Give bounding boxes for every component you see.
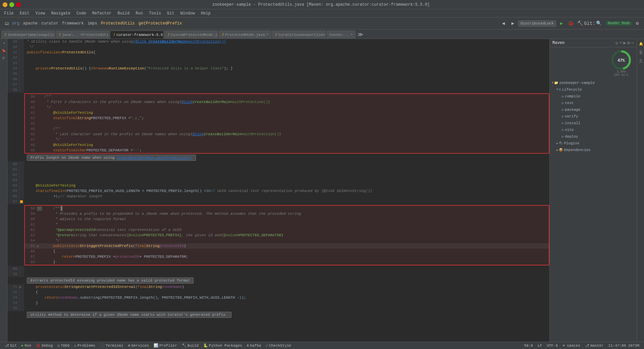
run-config-button[interactable]: DistributedLock [518, 20, 556, 27]
tab-custom-protected[interactable]: J CustomProtectedMode.java × [164, 31, 218, 39]
line-30: 30 */ [7, 44, 549, 50]
menu-refactor[interactable]: Refactor [90, 10, 114, 16]
databases-icon[interactable]: DB [639, 49, 642, 56]
project-icon[interactable]: 🗂 [3, 19, 11, 28]
ai-assistant-icon[interactable]: AI [639, 58, 642, 64]
menu-code[interactable]: Code [74, 10, 89, 16]
menu-view[interactable]: View [33, 10, 48, 16]
status-services-label: Services [131, 344, 149, 348]
maven-panel-header: Maven ↻ + ▶ ⚙ ⋯ [550, 39, 637, 47]
maven-more-icon[interactable]: ⋯ [631, 40, 634, 46]
tab-protected-mode[interactable]: J ProtectedMode.java × [219, 31, 271, 39]
menu-bar: File Edit View Navigate Code Refactor Bu… [0, 9, 644, 17]
build-button[interactable]: 🔨 [576, 19, 584, 28]
tree-phase-package[interactable]: ▷ package [551, 106, 635, 113]
breadcrumb-class[interactable]: ProtectedUtils [101, 21, 135, 26]
status-profiler[interactable]: 📊 Profiler [152, 342, 179, 349]
project-tool-icon[interactable]: P [1, 40, 7, 46]
tooltip-extract: Extracts protectedId assuming provided n… [24, 277, 549, 284]
status-indent[interactable]: 4 spaces [560, 342, 582, 349]
tab-close-5-icon[interactable]: × [266, 33, 268, 37]
tab-protected-utils-jar[interactable]: J curator-framework-5.5.0-sources.jar\..… [110, 31, 164, 39]
menu-git[interactable]: Git [164, 10, 177, 16]
maven-plus-icon[interactable]: + [620, 40, 622, 46]
breadcrumb-imps[interactable]: imps [88, 21, 97, 26]
menu-run[interactable]: Run [133, 10, 146, 16]
tab-curator-zk[interactable]: J CuratorZookeeperClient.java × [272, 31, 326, 39]
tab-label-2: java\...\ProtectedUtils.java [62, 33, 109, 37]
status-run[interactable]: ▶ Run [19, 342, 33, 349]
status-python-packages[interactable]: 🐍 Python Packages [201, 342, 244, 349]
forward-icon[interactable]: ▶ [509, 19, 517, 28]
bookmarks-icon[interactable]: 🔖 [1, 48, 7, 54]
line-67: 67 return PROTECTED_PREFIX + protectedId… [25, 254, 549, 259]
search-button[interactable]: 🔍 [595, 19, 603, 28]
tab-close-7-icon[interactable]: × [351, 33, 353, 37]
back-icon[interactable]: ◀ [499, 19, 507, 28]
debug-button[interactable]: 🐞 [567, 19, 575, 28]
reader-mode-badge[interactable]: Reader Mode [606, 21, 632, 26]
menu-edit[interactable]: Edit [17, 10, 32, 16]
tab-zookeeper-app[interactable]: J ZookeeperSampleApplication.java × [1, 31, 55, 39]
tree-plugins[interactable]: ▶ 🔌 Plugins [551, 140, 635, 147]
status-checkstyle[interactable]: ✓ CheckStyle [264, 342, 293, 349]
highlighted-block-1: 39 /** 40 * First 3 characters in the pr… [24, 93, 549, 154]
menu-build[interactable]: Build [115, 10, 132, 16]
breadcrumb-framework[interactable]: framework [62, 21, 84, 26]
status-kafka[interactable]: K Kafka [245, 342, 263, 349]
menu-help[interactable]: Help [198, 10, 213, 16]
tree-lifecycle[interactable]: ▼ ⚙ Lifecycle [551, 86, 635, 93]
tab-label-6: CuratorZookeeperClient.java [278, 33, 326, 37]
git-button[interactable]: Git: [586, 19, 594, 28]
tab-protected-utils-local[interactable]: J java\...\ProtectedUtils.java × [56, 31, 109, 39]
minimize-button[interactable]: − [3, 2, 7, 7]
tree-phase-site[interactable]: ▷ site [551, 127, 635, 133]
tree-phase-compile[interactable]: ▷ compile [551, 93, 635, 100]
status-problems[interactable]: ⚠ Problems [72, 342, 97, 349]
breadcrumb-method[interactable]: getProtectedPrefix [139, 21, 182, 26]
maven-execute-icon[interactable]: ▶ [624, 40, 626, 46]
highlighted-block-2: 58 IF /**| 59 * Provides a prefix to be … [24, 205, 549, 265]
line-40: 40 * First 3 characters in the prefix on… [25, 99, 549, 105]
code-editor[interactable]: 29 * Utility class to handle ZNode names… [7, 39, 549, 342]
tab-connec[interactable]: Connec... × [326, 31, 356, 39]
status-services[interactable]: ⚙ Services [126, 342, 151, 349]
tree-phase-test[interactable]: ▷ test [551, 100, 635, 106]
status-todo[interactable]: ☑ TODO [55, 342, 71, 349]
breadcrumb-org[interactable]: org [12, 21, 19, 26]
tree-phase-deploy[interactable]: ▷ deploy [551, 133, 635, 140]
menu-window[interactable]: Window [178, 10, 198, 16]
breadcrumb-apache[interactable]: apache [23, 21, 38, 26]
tree-phase-verify[interactable]: ▷ verify [551, 113, 635, 120]
jar-icon: J [113, 33, 115, 37]
notifications-icon[interactable]: 🔔 [639, 40, 642, 47]
maven-reload-icon[interactable]: ↻ [615, 40, 618, 46]
status-terminal[interactable]: ⬛ Terminal [98, 342, 125, 349]
settings-icon[interactable]: ⚙ [633, 19, 641, 28]
line-65: 65 @ public static String getProtectedPr… [25, 243, 549, 249]
tree-phase-install[interactable]: ▷ install [551, 120, 635, 127]
tree-dependencies[interactable]: ▶ 📦 Dependencies [551, 147, 635, 153]
breadcrumb-curator[interactable]: curator [41, 21, 58, 26]
status-build[interactable]: 🔨 Build [180, 342, 201, 349]
menu-navigate[interactable]: Navigate [48, 10, 73, 16]
encoding-label: UTF-8 [547, 344, 558, 348]
maximize-button[interactable]: □ [9, 2, 14, 7]
line-66: 66 { [25, 249, 549, 254]
structure-icon[interactable]: ⊞ [1, 55, 7, 61]
maven-settings-icon[interactable]: ⚙ [627, 40, 630, 46]
run-button[interactable]: ▶ [557, 19, 566, 28]
status-position[interactable]: 58:8 [522, 342, 535, 349]
tree-zookeeper-sample[interactable]: ▼ 📁 zookeeper-sample [551, 80, 635, 86]
close-button[interactable]: × [16, 2, 21, 7]
java-icon-5: J [275, 33, 277, 37]
menu-tools[interactable]: Tools [146, 10, 164, 16]
status-git[interactable]: ⎇ Git [3, 342, 19, 349]
status-branch[interactable]: ⎇ master [583, 342, 606, 349]
more-tabs-icon[interactable]: ≫ [356, 31, 364, 39]
status-debug[interactable]: 🐞 Debug [34, 342, 55, 349]
menu-file[interactable]: File [1, 10, 16, 16]
status-encoding[interactable]: UTF-8 [545, 342, 560, 349]
status-lf[interactable]: LF [536, 342, 544, 349]
line-44: 44 [25, 121, 549, 126]
